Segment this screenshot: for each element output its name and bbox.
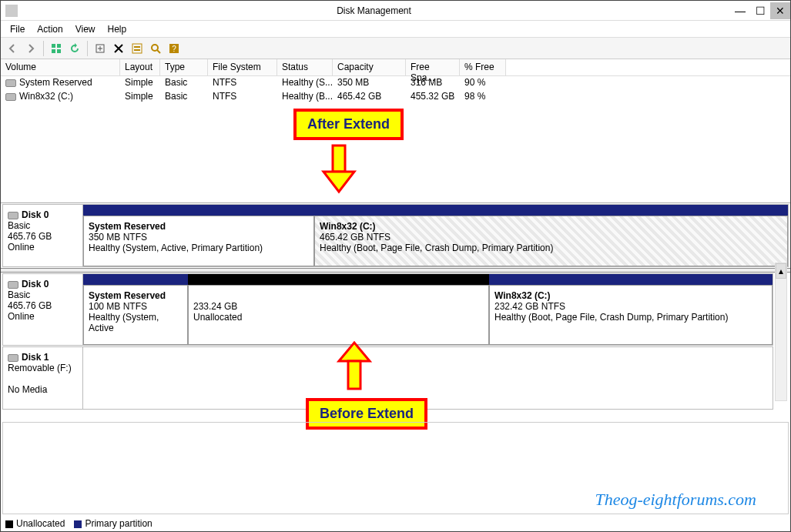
down-arrow-icon [320, 141, 358, 195]
partition-sub: 233.24 GB [193, 301, 237, 312]
svg-rect-14 [348, 361, 360, 389]
col-capacity[interactable]: Capacity [333, 59, 406, 75]
partition-desc: Healthy (System, Active, Primary Partiti… [89, 243, 263, 253]
partition-desc: Unallocated [193, 312, 242, 323]
menu-file[interactable]: File [4, 22, 31, 36]
splitter[interactable] [1, 268, 790, 273]
partition-desc: Healthy (Boot, Page File, Crash Dump, Pr… [320, 243, 553, 253]
disk-icon [8, 281, 18, 289]
title-bar: Disk Management — ☐ ✕ [1, 1, 790, 21]
col-volume[interactable]: Volume [1, 59, 120, 75]
disk-state: No Media [8, 384, 47, 395]
forward-icon[interactable] [22, 40, 39, 57]
minimize-button[interactable]: — [730, 2, 750, 19]
svg-rect-2 [52, 49, 55, 53]
col-status[interactable]: Status [277, 59, 333, 75]
partition-sub: 232.42 GB NTFS [494, 301, 565, 312]
col-pctfree[interactable]: % Free [460, 59, 506, 75]
partition-system-reserved[interactable]: System Reserved 350 MB NTFS Healthy (Sys… [83, 216, 314, 266]
volume-row[interactable]: System Reserved Simple Basic NTFS Health… [1, 76, 790, 90]
back-icon[interactable] [4, 40, 21, 57]
partition-desc: Healthy (System, Active [89, 312, 159, 333]
volume-name: System Reserved [19, 77, 92, 88]
volume-list: System Reserved Simple Basic NTFS Health… [1, 76, 790, 203]
volume-row[interactable]: Win8x32 (C:) Simple Basic NTFS Healthy (… [1, 90, 790, 104]
cell: Basic [160, 76, 208, 90]
partition-system-reserved[interactable]: System Reserved 100 MB NTFS Healthy (Sys… [83, 285, 188, 345]
toolbar-new-icon[interactable] [92, 40, 109, 57]
disk-type: Basic [8, 220, 30, 231]
before-extend-label: Before Extend [306, 398, 427, 430]
menu-view[interactable]: View [69, 22, 102, 36]
volume-icon [5, 79, 16, 87]
col-free[interactable]: Free Spa... [406, 59, 460, 75]
svg-rect-7 [134, 49, 140, 51]
toolbar-grid-icon[interactable] [48, 40, 65, 57]
cell: 98 % [460, 90, 506, 104]
cell: 350 MB [333, 76, 406, 90]
volume-list-header: Volume Layout Type File System Status Ca… [1, 59, 790, 76]
cell: 455.32 GB [406, 90, 460, 104]
menu-action[interactable]: Action [31, 22, 69, 36]
toolbar-find-icon[interactable] [147, 40, 164, 57]
svg-rect-11 [333, 146, 345, 172]
partition-title: System Reserved [89, 290, 166, 301]
close-button[interactable]: ✕ [770, 2, 790, 19]
cell: Simple [120, 90, 160, 104]
cell: NTFS [208, 76, 277, 90]
toolbar-delete-icon[interactable] [110, 40, 127, 57]
svg-rect-5 [132, 44, 142, 53]
disk-type: Removable (F:) [8, 363, 72, 373]
after-extend-label: After Extend [293, 109, 404, 140]
disk-type: Basic [8, 289, 30, 300]
disk-bar-strip [83, 274, 773, 285]
disk-panel-after: Disk 0 Basic 465.76 GB Online System Res… [2, 204, 789, 267]
toolbar-help-icon[interactable]: ? [166, 40, 183, 57]
cell: 316 MB [406, 76, 460, 90]
partition-title: Win8x32 (C:) [320, 221, 376, 232]
svg-rect-6 [134, 46, 140, 48]
partition-c-drive[interactable]: Win8x32 (C:) 465.42 GB NTFS Healthy (Boo… [314, 216, 788, 266]
col-fs[interactable]: File System [208, 59, 277, 75]
partition-sub: 465.42 GB NTFS [320, 232, 390, 243]
menu-help[interactable]: Help [102, 22, 133, 36]
svg-rect-1 [57, 44, 61, 48]
col-layout[interactable]: Layout [120, 59, 160, 75]
disk-info[interactable]: Disk 1 Removable (F:) No Media [3, 347, 83, 409]
partition-title: Win8x32 (C:) [494, 290, 551, 301]
disk-state: Online [8, 311, 35, 322]
svg-text:?: ? [172, 45, 176, 53]
svg-marker-13 [339, 343, 370, 361]
watermark: Theog-eightforums.com [595, 490, 756, 510]
disk-info[interactable]: Disk 0 Basic 465.76 GB Online [3, 274, 83, 345]
cell: Basic [160, 90, 208, 104]
scrollbar[interactable]: ▴ [775, 263, 787, 401]
svg-point-8 [152, 45, 158, 51]
legend-primary: Primary partition [85, 518, 152, 529]
cell: 465.42 GB [333, 90, 406, 104]
maximize-button[interactable]: ☐ [750, 2, 770, 19]
cell: Simple [120, 76, 160, 90]
col-type[interactable]: Type [160, 59, 208, 75]
disk-size: 465.76 GB [8, 231, 52, 242]
toolbar-properties-icon[interactable] [129, 40, 146, 57]
disk-icon [8, 354, 18, 362]
disk-bar-strip [83, 205, 788, 216]
cell: Healthy (B... [277, 90, 333, 104]
svg-marker-12 [323, 172, 354, 192]
cell: 90 % [460, 76, 506, 90]
empty-disk-bar [83, 347, 773, 409]
volume-name: Win8x32 (C:) [19, 91, 73, 102]
refresh-icon[interactable] [66, 40, 83, 57]
partition-sub: 350 MB NTFS [89, 232, 147, 243]
disk-info[interactable]: Disk 0 Basic 465.76 GB Online [3, 205, 83, 266]
partition-sub: 100 MB NTFS [89, 301, 147, 312]
disk-name: Disk 0 [22, 279, 49, 289]
partition-unallocated[interactable]: 233.24 GB Unallocated [188, 285, 489, 345]
partition-c-drive[interactable]: Win8x32 (C:) 232.42 GB NTFS Healthy (Boo… [489, 285, 773, 345]
disk-icon [8, 212, 18, 219]
partition-title: System Reserved [89, 221, 166, 232]
volume-icon [5, 93, 16, 101]
disk-size: 465.76 GB [8, 300, 52, 311]
legend-unallocated: Unallocated [16, 518, 65, 529]
